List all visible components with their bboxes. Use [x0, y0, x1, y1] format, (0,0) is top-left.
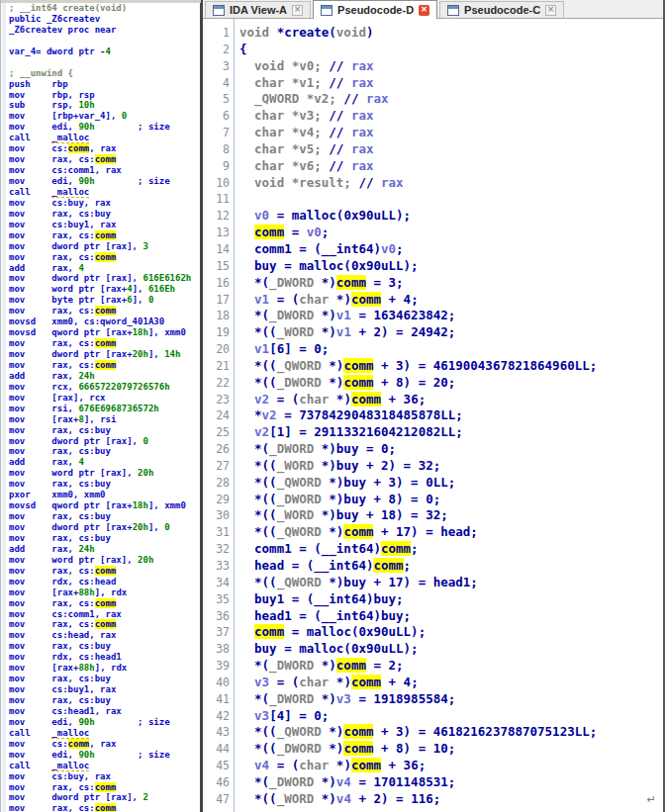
- pseudo-line[interactable]: 2{: [203, 42, 663, 58]
- pseudo-line[interactable]: 13 comm = v0;: [203, 225, 663, 241]
- pseudo-line[interactable]: 46 *(_DWORD *)v4 = 1701148531;: [203, 774, 663, 791]
- pseudo-line[interactable]: 37 comm = malloc(0x90uLL);: [203, 624, 663, 641]
- pseudo-line[interactable]: 41 *(_DWORD *)v3 = 1918985584;: [203, 691, 663, 708]
- asm-line[interactable]: mov dword ptr [rax], 2: [9, 792, 191, 803]
- asm-line[interactable]: [9, 57, 191, 68]
- asm-line[interactable]: movsd qword ptr [rax+18h], xmm0: [9, 327, 191, 338]
- asm-line[interactable]: mov rax, cs:comm: [9, 598, 191, 609]
- pseudo-line[interactable]: 47 *((_WORD *)v4 + 2) = 116;: [203, 791, 663, 808]
- asm-line[interactable]: mov dword ptr [rax], 616E6162h: [9, 273, 191, 284]
- pseudo-line[interactable]: 39 *(_DWORD *)comm = 2;: [203, 658, 663, 675]
- pseudo-line[interactable]: 30 *((_WORD *)buy + 18) = 32;: [203, 507, 663, 524]
- asm-line[interactable]: mov rax, cs:buy: [9, 425, 191, 436]
- pseudo-line[interactable]: 20 v1[6] = 0;: [203, 341, 663, 358]
- pseudo-line[interactable]: 21 *((_QWORD *)comm + 3) = 4619004367821…: [203, 358, 663, 375]
- asm-line[interactable]: mov [rax], rcx: [9, 393, 191, 404]
- asm-line[interactable]: mov cs:buy, rax: [9, 198, 191, 209]
- asm-line[interactable]: mov [rbp+var_4], 0: [9, 111, 191, 122]
- pseudo-line[interactable]: 33 head = (__int64)comm;: [203, 558, 663, 575]
- asm-line[interactable]: mov edi, 90h ; size: [9, 176, 191, 187]
- pseudo-line[interactable]: 17 v1 = (char *)comm + 4;: [203, 292, 663, 309]
- asm-line[interactable]: mov rax, cs:buy: [9, 695, 191, 706]
- asm-line[interactable]: mov rax, cs:buy: [9, 533, 191, 544]
- pseudo-line[interactable]: 22 *((_DWORD *)comm + 8) = 20;: [203, 375, 663, 392]
- asm-line[interactable]: mov cs:comm1, rax: [9, 609, 191, 620]
- asm-line[interactable]: mov dword ptr [rax], 0: [9, 436, 191, 447]
- asm-line[interactable]: mov rax, cs:comm: [9, 154, 191, 165]
- asm-line[interactable]: call _malloc: [9, 761, 191, 771]
- asm-line[interactable]: call _malloc: [9, 133, 191, 143]
- pseudo-line[interactable]: 32 comm1 = (__int64)comm;: [203, 541, 663, 558]
- pseudo-line[interactable]: 44 *((_DWORD *)comm + 8) = 10;: [203, 741, 663, 758]
- pseudo-line[interactable]: 9 char *v6; // rax: [203, 158, 663, 175]
- pseudo-line[interactable]: 42 v3[4] = 0;: [203, 708, 663, 725]
- pseudo-line[interactable]: 1void *create(void): [203, 25, 663, 42]
- asm-line[interactable]: add rax, 4: [9, 263, 191, 274]
- disassembly-panel[interactable]: ; __int64 create(void)public _Z6createv_…: [0, 0, 201, 812]
- asm-line[interactable]: mov rdx, cs:head1: [9, 652, 191, 663]
- asm-line[interactable]: mov rax, cs:buy: [9, 209, 191, 220]
- asm-line[interactable]: _Z6createv proc near: [9, 25, 191, 36]
- asm-line[interactable]: ; __int64 create(void): [9, 3, 191, 14]
- asm-line[interactable]: mov rax, cs:comm: [9, 306, 191, 316]
- asm-line[interactable]: mov rsi, 676E6968736572h: [9, 404, 191, 414]
- asm-line[interactable]: ; __unwind {: [9, 68, 191, 79]
- tab-pseudocode-c[interactable]: Pseudocode-C✕: [439, 1, 564, 18]
- pseudo-line[interactable]: 10 void *result; // rax: [203, 175, 663, 192]
- pseudo-line[interactable]: 7 char *v4; // rax: [203, 125, 663, 141]
- asm-line[interactable]: mov word ptr [rax], 20h: [9, 555, 191, 566]
- asm-line[interactable]: sub rsp, 10h: [9, 100, 191, 111]
- asm-line[interactable]: [9, 36, 191, 46]
- pseudo-line[interactable]: 25 v2[1] = 29113321604212082LL;: [203, 424, 663, 441]
- pseudo-line[interactable]: 38 buy = malloc(0x90uLL);: [203, 641, 663, 658]
- close-icon[interactable]: ✕: [419, 5, 429, 16]
- asm-line[interactable]: mov rax, cs:buy: [9, 641, 191, 652]
- pseudo-line[interactable]: 19 *((_WORD *)v1 + 2) = 24942;: [203, 324, 663, 341]
- pseudo-line[interactable]: 6 char *v3; // rax: [203, 108, 663, 125]
- asm-line[interactable]: mov [rax+88h], rdx: [9, 663, 191, 674]
- asm-line[interactable]: mov rdx, cs:head: [9, 577, 191, 587]
- pseudo-line[interactable]: 36 head1 = (__int64)buy;: [203, 608, 663, 625]
- asm-line[interactable]: mov [rax+8], rsi: [9, 414, 191, 425]
- pseudo-line[interactable]: 45 v4 = (char *)comm + 36;: [203, 758, 663, 774]
- asm-line[interactable]: mov rax, cs:comm: [9, 803, 191, 812]
- pseudocode-view[interactable]: 1void *create(void)2{3 void *v0; // rax4…: [203, 19, 663, 812]
- asm-line[interactable]: mov rcx, 6665722079726576h: [9, 382, 191, 393]
- asm-line[interactable]: mov rax, cs:buy: [9, 446, 191, 457]
- asm-line[interactable]: mov [rax+88h], rdx: [9, 587, 191, 598]
- asm-line[interactable]: mov cs:buy1, rax: [9, 220, 191, 230]
- asm-line[interactable]: mov rax, cs:comm: [9, 230, 191, 241]
- asm-line[interactable]: mov rax, cs:comm: [9, 252, 191, 263]
- asm-line[interactable]: mov rbp, rsp: [9, 90, 191, 101]
- pseudo-line[interactable]: 3 void *v0; // rax: [203, 58, 663, 75]
- asm-line[interactable]: mov dword ptr [rax+20h], 0: [9, 522, 191, 533]
- pseudo-line[interactable]: 8 char *v5; // rax: [203, 141, 663, 158]
- tab-pseudocode-d[interactable]: Pseudocode-D✕: [313, 0, 437, 19]
- asm-line[interactable]: mov cs:head1, rax: [9, 706, 191, 717]
- asm-line[interactable]: pxor xmm0, xmm0: [9, 490, 191, 500]
- pseudo-line[interactable]: 18 *(_DWORD *)v1 = 1634623842;: [203, 308, 663, 324]
- tab-ida-view-a[interactable]: IDA View-A✕: [205, 1, 311, 18]
- asm-line[interactable]: mov rax, cs:buy: [9, 674, 191, 684]
- asm-line[interactable]: mov cs:comm, rax: [9, 143, 191, 154]
- pseudo-line[interactable]: 24 *v2 = 7378429048318485878LL;: [203, 407, 663, 424]
- pseudo-line[interactable]: 4 char *v1; // rax: [203, 75, 663, 92]
- pseudo-line[interactable]: 12 v0 = malloc(0x90uLL);: [203, 208, 663, 225]
- pseudo-line[interactable]: 40 v3 = (char *)comm + 4;: [203, 675, 663, 691]
- asm-line[interactable]: mov cs:buy1, rax: [9, 684, 191, 695]
- pseudo-line[interactable]: 29 *((_DWORD *)buy + 8) = 0;: [203, 492, 663, 508]
- asm-line[interactable]: mov rax, cs:comm: [9, 360, 191, 371]
- pseudo-line[interactable]: 28 *((_QWORD *)buy + 3) = 0LL;: [203, 475, 663, 492]
- asm-line[interactable]: mov cs:comm, rax: [9, 739, 191, 750]
- asm-line[interactable]: mov rax, cs:buy: [9, 511, 191, 522]
- asm-line[interactable]: add rax, 24h: [9, 544, 191, 555]
- asm-line[interactable]: mov edi, 90h ; size: [9, 750, 191, 761]
- asm-line[interactable]: mov word ptr [rax+4], 616Eh: [9, 284, 191, 295]
- pseudo-line[interactable]: 23 v2 = (char *)comm + 36;: [203, 392, 663, 408]
- asm-line[interactable]: movsd qword ptr [rax+18h], xmm0: [9, 500, 191, 511]
- pseudo-line[interactable]: 11: [203, 191, 663, 208]
- asm-line[interactable]: mov rax, cs:comm: [9, 619, 191, 630]
- asm-line[interactable]: mov dword ptr [rax], 3: [9, 241, 191, 252]
- asm-line[interactable]: public _Z6createv: [9, 14, 191, 25]
- asm-line[interactable]: add rax, 24h: [9, 371, 191, 382]
